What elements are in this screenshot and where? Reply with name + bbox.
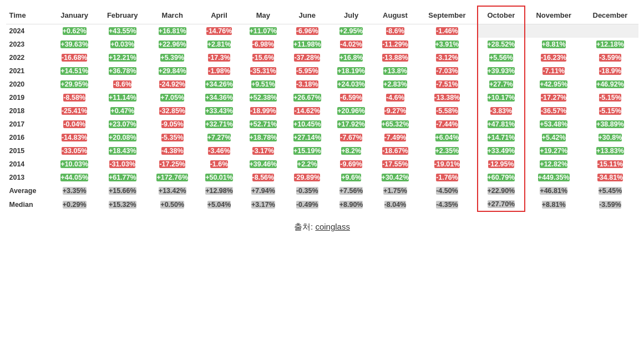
value-cell: +14.71% — [478, 131, 525, 144]
year-cell: 2017 — [6, 118, 52, 131]
value-cell: -19.01% — [417, 158, 478, 171]
value-cell: +15.66% — [97, 184, 148, 197]
table-row: 2013+44.05%+61.77%+172.76%+50.01%-8.56%-… — [6, 171, 638, 184]
value-cell: +8.2% — [329, 144, 373, 158]
value-cell: -3.59% — [582, 51, 638, 64]
value-cell: +0.62% — [52, 24, 97, 38]
value-cell: -13.38% — [417, 91, 478, 104]
value-cell: -16.23% — [525, 51, 582, 64]
value-cell: -1.6% — [197, 158, 241, 171]
value-cell: +26.67% — [285, 91, 329, 104]
col-header-february: February — [97, 6, 148, 24]
table-row: 2020+29.95%-8.6%-24.92%+34.26%+9.51%-3.1… — [6, 78, 638, 91]
value-cell: -35.31% — [241, 64, 285, 78]
value-cell: -7.49% — [373, 131, 417, 144]
value-cell: +2.81% — [197, 38, 241, 51]
value-cell: -9.27% — [373, 104, 417, 118]
value-cell: +20.96% — [329, 104, 373, 118]
value-cell: -18.99% — [241, 104, 285, 118]
value-cell — [478, 24, 525, 38]
year-cell: 2023 — [6, 38, 52, 51]
value-cell: +44.05% — [52, 171, 97, 184]
value-cell: +8.90% — [329, 197, 373, 211]
col-header-july: July — [329, 6, 373, 24]
value-cell: +15.32% — [97, 197, 148, 211]
col-header-september: September — [417, 6, 478, 24]
value-cell: +5.56% — [478, 51, 525, 64]
value-cell: +5.42% — [525, 131, 582, 144]
value-cell: +43.55% — [97, 24, 148, 38]
value-cell: +12.82% — [525, 158, 582, 171]
coinglass-link[interactable]: coinglass — [315, 222, 350, 231]
value-cell: +18.19% — [329, 64, 373, 78]
col-header-march: March — [148, 6, 197, 24]
value-cell: +0.50% — [148, 197, 197, 211]
value-cell: +13.8% — [373, 64, 417, 78]
col-header-time: Time — [6, 6, 52, 24]
value-cell: -37.28% — [285, 51, 329, 64]
value-cell: +38.89% — [582, 118, 638, 131]
value-cell: +39.93% — [478, 64, 525, 78]
col-header-december: December — [582, 6, 638, 24]
value-cell: -4.35% — [417, 197, 478, 211]
value-cell: +7.27% — [197, 131, 241, 144]
value-cell: +10.45% — [285, 118, 329, 131]
value-cell: +0.47% — [97, 104, 148, 118]
value-cell: -3.12% — [417, 51, 478, 64]
year-cell: Median — [6, 197, 52, 211]
value-cell: +60.79% — [478, 171, 525, 184]
value-cell: +39.46% — [241, 158, 285, 171]
value-cell: +46.92% — [582, 78, 638, 91]
value-cell: +9.51% — [241, 78, 285, 91]
value-cell: -8.6% — [373, 24, 417, 38]
value-cell: -5.15% — [582, 104, 638, 118]
value-cell — [525, 24, 582, 38]
value-cell: -3.59% — [582, 197, 638, 211]
table-row: 2018-25.41%+0.47%-32.85%+33.43%-18.99%-1… — [6, 104, 638, 118]
value-cell: -17.25% — [148, 158, 197, 171]
value-cell: +65.32% — [373, 118, 417, 131]
value-cell: -7.44% — [417, 118, 478, 131]
year-cell: 2019 — [6, 91, 52, 104]
value-cell: +1.75% — [373, 184, 417, 197]
col-header-november: November — [525, 6, 582, 24]
value-cell: +33.43% — [197, 104, 241, 118]
value-cell: -7.11% — [525, 64, 582, 78]
col-header-august: August — [373, 6, 417, 24]
value-cell: -4.38% — [148, 144, 197, 158]
monthly-returns-table: TimeJanuaryFebruaryMarchAprilMayJuneJuly… — [6, 6, 638, 212]
value-cell: -25.41% — [52, 104, 97, 118]
value-cell: +0.03% — [97, 38, 148, 51]
value-cell: +14.51% — [52, 64, 97, 78]
value-cell: -8.6% — [97, 78, 148, 91]
value-cell: -24.92% — [148, 78, 197, 91]
value-cell: +13.42% — [148, 184, 197, 197]
value-cell: -5.35% — [148, 131, 197, 144]
value-cell: -34.81% — [582, 171, 638, 184]
value-cell: -3.17% — [241, 144, 285, 158]
value-cell: +11.98% — [285, 38, 329, 51]
value-cell: -15.6% — [241, 51, 285, 64]
col-header-january: January — [52, 6, 97, 24]
value-cell: -17.27% — [525, 91, 582, 104]
value-cell: +5.39% — [148, 51, 197, 64]
year-cell: 2024 — [6, 24, 52, 38]
value-cell: +33.49% — [478, 144, 525, 158]
value-cell: -3.83% — [478, 104, 525, 118]
value-cell: -8.04% — [373, 197, 417, 211]
value-cell: +20.08% — [97, 131, 148, 144]
year-cell: 2021 — [6, 64, 52, 78]
value-cell: -14.62% — [285, 104, 329, 118]
value-cell: +10.17% — [478, 91, 525, 104]
value-cell: -1.76% — [417, 171, 478, 184]
value-cell: +52.71% — [241, 118, 285, 131]
value-cell: -12.95% — [478, 158, 525, 171]
value-cell: -7.67% — [329, 131, 373, 144]
value-cell: +8.81% — [525, 38, 582, 51]
value-cell: +13.83% — [582, 144, 638, 158]
value-cell: -9.05% — [148, 118, 197, 131]
table-row: 2015-33.05%+18.43%-4.38%-3.46%-3.17%+15.… — [6, 144, 638, 158]
value-cell: -8.58% — [52, 91, 97, 104]
value-cell: -7.03% — [417, 64, 478, 78]
value-cell: +27.14% — [285, 131, 329, 144]
